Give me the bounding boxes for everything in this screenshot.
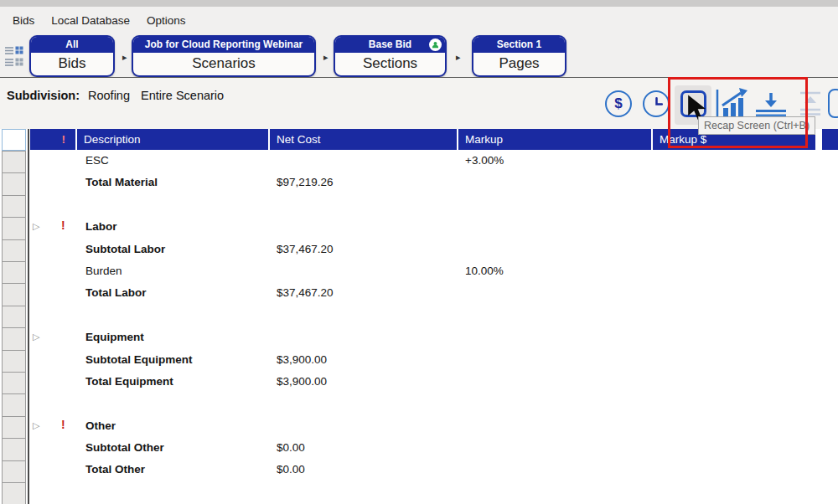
net-cost-cell: $0.00 <box>277 441 305 454</box>
menu-local-database[interactable]: Local Database <box>51 14 130 27</box>
column-header-warning[interactable]: ! <box>30 129 75 150</box>
nav-button-scenarios-selection: Job for Cloud Reporting Webinar <box>133 37 314 53</box>
expand-triangle-icon[interactable]: ▷ <box>33 419 39 431</box>
partial-button-icon[interactable] <box>828 89 838 118</box>
grid-rows: ESC +3.00% Total Material $97,219.26 ▷ !… <box>30 150 838 504</box>
markup-cell: +3.00% <box>465 154 504 167</box>
column-header-description[interactable]: Description <box>77 129 268 150</box>
markup-cell: 10.00% <box>465 265 504 277</box>
description-cell: Subtotal Labor <box>85 243 165 255</box>
description-cell: Subtotal Equipment <box>85 353 193 366</box>
subdivision-text: Subdivision: Roofing Entire Scenario <box>7 89 224 102</box>
net-cost-cell: $3,900.00 <box>277 353 327 366</box>
nav-button-scenarios[interactable]: Job for Cloud Reporting Webinar Scenario… <box>132 35 316 77</box>
description-cell: Other <box>85 419 116 432</box>
table-row[interactable]: Subtotal Labor $37,467.20 <box>30 239 838 260</box>
dollar-glyph: $ <box>614 95 622 112</box>
warning-icon: ! <box>61 418 65 431</box>
nav-button-bids[interactable]: All Bids <box>29 35 115 77</box>
nav-button-sections[interactable]: Base Bid Sections <box>334 35 447 77</box>
nav-button-pages-selection: Section 1 <box>473 37 565 53</box>
description-cell: ESC <box>85 154 109 167</box>
net-cost-cell: $0.00 <box>277 463 305 476</box>
table-row[interactable] <box>30 194 838 216</box>
description-cell: Subtotal Other <box>85 441 164 454</box>
menu-bids[interactable]: Bids <box>13 14 34 27</box>
net-cost-cell: $3,900.00 <box>277 375 327 388</box>
table-row[interactable]: Total Labor $37,467.20 <box>30 282 838 304</box>
description-cell: Total Material <box>85 176 158 188</box>
description-cell: Burden <box>85 265 122 277</box>
row-header-gutter[interactable] <box>2 151 26 504</box>
description-cell: Total Equipment <box>85 375 173 388</box>
nav-button-scenarios-label: Scenarios <box>133 53 314 75</box>
view-switcher-icon[interactable] <box>5 46 23 68</box>
navigation-bar: All Bids ▸ Job for Cloud Reporting Webin… <box>0 33 838 77</box>
table-row[interactable]: Total Equipment $3,900.00 <box>30 371 838 393</box>
clock-icon[interactable] <box>643 90 670 117</box>
net-cost-cell: $37,467.20 <box>277 286 334 299</box>
row-header-top-cell[interactable] <box>2 129 26 151</box>
column-header-extra <box>822 129 838 150</box>
description-cell: Labor <box>85 220 117 233</box>
subdivision-value: Roofing <box>88 89 130 102</box>
app-window: Bids Local Database Options All Bids <box>0 0 838 504</box>
table-row[interactable]: Total Material $97,219.26 <box>30 172 838 193</box>
nav-button-bids-selection: All <box>31 37 113 53</box>
table-row[interactable]: Total Other $0.00 <box>30 459 838 481</box>
table-row[interactable]: ESC +3.00% <box>30 150 838 172</box>
menu-bar: Bids Local Database Options <box>0 7 838 33</box>
user-badge-icon <box>429 39 442 51</box>
nav-separator-icon: ▸ <box>456 52 461 63</box>
net-cost-cell: $97,219.26 <box>277 176 334 188</box>
warning-icon: ! <box>61 219 65 232</box>
column-header-net-cost[interactable]: Net Cost <box>270 129 457 150</box>
estimate-grid: ! Description Net Cost Markup Markup $ E… <box>0 129 838 504</box>
nav-button-sections-label: Sections <box>335 53 445 75</box>
table-row[interactable]: Subtotal Equipment $3,900.00 <box>30 349 838 371</box>
column-header-markup[interactable]: Markup <box>458 129 651 150</box>
table-row[interactable]: ▷ ! Labor <box>30 216 838 238</box>
nav-button-pages-label: Pages <box>473 53 565 75</box>
nav-button-bids-label: Bids <box>31 53 113 75</box>
description-cell: Total Other <box>85 463 145 476</box>
grid-left-border <box>28 129 29 504</box>
description-cell: Total Labor <box>85 286 147 299</box>
recap-tooltip: Recap Screen (Ctrl+B) <box>698 116 815 135</box>
menu-options[interactable]: Options <box>147 14 186 27</box>
expand-triangle-icon[interactable]: ▷ <box>33 331 39 342</box>
table-row[interactable] <box>30 393 838 414</box>
table-row[interactable]: Burden 10.00% <box>30 260 838 282</box>
table-row[interactable]: ▷ ! Other <box>30 415 838 437</box>
table-row[interactable] <box>30 305 838 327</box>
net-cost-cell: $37,467.20 <box>277 243 334 255</box>
table-row[interactable] <box>30 481 838 503</box>
table-row[interactable]: ▷ Equipment <box>30 327 838 348</box>
expand-triangle-icon[interactable]: ▷ <box>33 220 39 232</box>
table-row[interactable]: Subtotal Other $0.00 <box>30 437 838 459</box>
nav-button-sections-selection: Base Bid <box>335 37 445 53</box>
nav-separator-icon: ▸ <box>122 52 127 63</box>
currency-icon[interactable]: $ <box>605 90 632 117</box>
subdivision-label: Subdivision: <box>7 89 80 102</box>
nav-separator-icon: ▸ <box>323 52 328 63</box>
subdivision-scope: Entire Scenario <box>141 89 224 102</box>
window-title-strip <box>0 0 838 7</box>
nav-button-pages[interactable]: Section 1 Pages <box>472 35 566 77</box>
description-cell: Equipment <box>85 331 144 343</box>
